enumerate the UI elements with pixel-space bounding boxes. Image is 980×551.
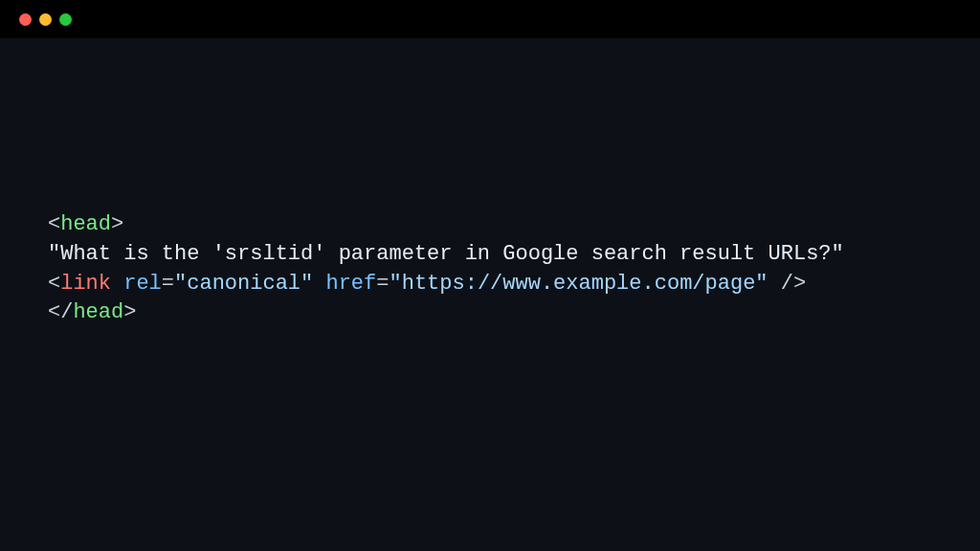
angle-bracket-open: < xyxy=(48,272,60,296)
angle-bracket-close: > xyxy=(111,212,123,236)
code-line-2: "What is the 'srsltid' parameter in Goog… xyxy=(48,240,980,270)
tag-head-close: head xyxy=(73,300,123,324)
code-editor: <head> "What is the 'srsltid' parameter … xyxy=(0,38,980,328)
code-line-4: </head> xyxy=(48,298,980,328)
closing-slash: / xyxy=(60,300,73,324)
code-line-1: <head> xyxy=(48,210,980,240)
equals-sign: = xyxy=(376,272,389,296)
self-close: /> xyxy=(768,272,807,296)
tag-link: link xyxy=(60,272,111,296)
angle-bracket-open: < xyxy=(48,300,60,324)
tag-head-open: head xyxy=(60,212,111,236)
close-icon[interactable] xyxy=(19,13,32,26)
maximize-icon[interactable] xyxy=(59,13,72,26)
attr-href-value: "https://www.example.com/page" xyxy=(389,272,768,296)
angle-bracket-open: < xyxy=(48,212,60,236)
window-title-bar xyxy=(0,0,980,38)
attr-rel-value: "canonical" xyxy=(174,272,313,296)
attr-href: href xyxy=(325,272,376,296)
angle-bracket-close: > xyxy=(123,300,136,324)
attr-rel: rel xyxy=(123,272,162,296)
minimize-icon[interactable] xyxy=(39,13,52,26)
code-line-3: <link rel="canonical" href="https://www.… xyxy=(48,270,980,299)
text-content: "What is the 'srsltid' parameter in Goog… xyxy=(48,242,844,266)
equals-sign: = xyxy=(162,272,174,296)
